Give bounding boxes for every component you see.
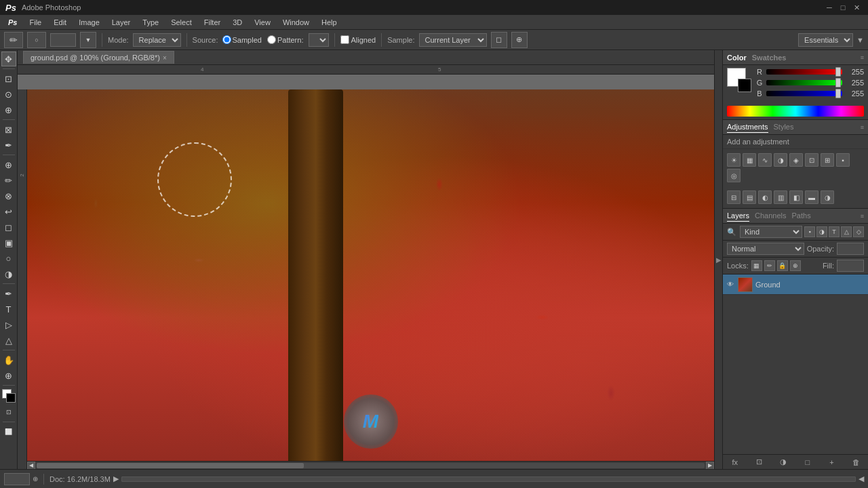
filter-kind-select[interactable]: Kind <box>740 226 802 238</box>
status-info-arrow[interactable]: ▶ <box>113 474 119 483</box>
zoom-indicator-icon[interactable]: ⊕ <box>33 475 38 483</box>
crop-tool[interactable]: ⊠ <box>1 122 16 137</box>
mode-select[interactable]: Replace <box>133 33 181 47</box>
create-group-button[interactable]: □ <box>802 456 814 468</box>
filter-pixel-icon[interactable]: ▪ <box>804 226 815 237</box>
color-tab[interactable]: Color <box>727 54 747 62</box>
hsl-adj[interactable]: ⊡ <box>805 153 818 167</box>
filter-type-icon[interactable]: T <box>829 226 840 237</box>
minimize-button[interactable]: ─ <box>823 1 835 14</box>
channels-tab[interactable]: Channels <box>755 210 786 222</box>
screen-mode-toggle[interactable]: ⬜ <box>1 424 16 439</box>
horizontal-scrollbar[interactable]: ◀ ▶ <box>27 461 714 469</box>
brush-tool[interactable]: ✏ <box>1 173 16 188</box>
document-close-button[interactable]: × <box>163 54 167 62</box>
menu-ps[interactable]: Ps <box>3 17 22 28</box>
hand-tool[interactable]: ✋ <box>1 352 16 367</box>
status-back-arrow[interactable]: ◀ <box>859 474 864 483</box>
gradient-tool[interactable]: ▣ <box>1 235 16 250</box>
adjustments-panel-options[interactable]: ≡ <box>861 124 864 131</box>
bw-adj[interactable]: ▪ <box>836 153 850 167</box>
invert-adj[interactable]: ◐ <box>758 190 772 204</box>
green-thumb[interactable] <box>835 78 841 87</box>
menu-select[interactable]: Select <box>165 17 197 28</box>
blue-thumb[interactable] <box>835 89 841 98</box>
pattern-radio[interactable]: Pattern: <box>267 35 304 44</box>
close-button[interactable]: ✕ <box>850 1 863 14</box>
brush-tool-button[interactable]: ✏ <box>4 32 23 48</box>
opacity-input[interactable]: 100% <box>837 243 864 255</box>
eyedropper-tool[interactable]: ✒ <box>1 138 16 152</box>
posterize-adj[interactable]: ▥ <box>774 190 787 204</box>
delete-layer-button[interactable]: 🗑 <box>850 456 862 468</box>
zoom-tool[interactable]: ⊕ <box>1 368 16 383</box>
window-controls[interactable]: ─ □ ✕ <box>823 1 863 14</box>
color-spectrum-bar[interactable] <box>727 106 864 117</box>
sample-extra-button[interactable]: ◻ <box>491 32 507 48</box>
shape-tool[interactable]: △ <box>1 333 16 348</box>
scroll-thumb[interactable] <box>37 463 304 468</box>
exposure-adj[interactable]: ◑ <box>774 153 787 167</box>
dodge-tool[interactable]: ◑ <box>1 266 16 281</box>
green-slider[interactable] <box>766 80 842 85</box>
curves-adj[interactable]: ∿ <box>758 153 772 167</box>
add-adjustment-layer-button[interactable]: ◑ <box>777 456 789 468</box>
healing-brush-tool[interactable]: ⊕ <box>1 157 16 172</box>
rectangular-marquee-tool[interactable]: ⊡ <box>1 71 16 86</box>
layers-tab[interactable]: Layers <box>727 210 749 222</box>
selective-color-adj[interactable]: ◑ <box>821 190 834 204</box>
filter-adjustment-icon[interactable]: ◑ <box>816 226 827 237</box>
threshold-adj[interactable]: ◧ <box>789 190 803 204</box>
sampled-radio[interactable]: Sampled <box>222 35 262 44</box>
scroll-track[interactable] <box>37 463 705 468</box>
add-layer-style-button[interactable]: fx <box>729 456 741 468</box>
photo-filter-adj[interactable]: ◎ <box>727 169 741 182</box>
background-color-swatch[interactable] <box>738 79 751 92</box>
blend-mode-select[interactable]: Normal <box>727 243 804 255</box>
lock-image-icon[interactable]: ✏ <box>764 260 775 271</box>
menu-filter[interactable]: Filter <box>199 17 226 28</box>
menu-layer[interactable]: Layer <box>106 17 136 28</box>
move-tool[interactable]: ✥ <box>1 52 16 66</box>
paths-tab[interactable]: Paths <box>792 210 811 222</box>
menu-image[interactable]: Image <box>73 17 105 28</box>
swatches-tab[interactable]: Swatches <box>752 54 787 62</box>
workspace-arrow[interactable]: ▼ <box>856 36 864 44</box>
brightness-contrast-adj[interactable]: ☀ <box>727 153 741 167</box>
new-layer-button[interactable]: + <box>825 456 837 468</box>
gradient-map-adj[interactable]: ▬ <box>805 190 818 204</box>
scroll-right-button[interactable]: ▶ <box>706 462 714 470</box>
scroll-left-button[interactable]: ◀ <box>27 462 35 470</box>
filter-shape-icon[interactable]: △ <box>841 226 852 237</box>
adjustments-tab[interactable]: Adjustments <box>727 121 768 133</box>
menu-3d[interactable]: 3D <box>227 17 248 28</box>
styles-tab[interactable]: Styles <box>774 121 794 133</box>
sample-select[interactable]: Current Layer <box>419 33 487 47</box>
color-lookup-adj[interactable]: ▤ <box>743 190 756 204</box>
layer-visibility-toggle[interactable]: 👁 <box>726 280 735 289</box>
quick-select-tool[interactable]: ⊕ <box>1 102 16 117</box>
brush-size-button[interactable]: ○ <box>27 32 46 48</box>
sample-extra2-button[interactable]: ⊕ <box>511 32 528 48</box>
menu-window[interactable]: Window <box>277 17 315 28</box>
menu-file[interactable]: File <box>24 17 47 28</box>
blue-slider[interactable] <box>766 91 842 96</box>
menu-edit[interactable]: Edit <box>48 17 72 28</box>
document-tab[interactable]: ground.psd @ 100% (Ground, RGB/8*) × <box>23 51 174 64</box>
history-brush-tool[interactable]: ↩ <box>1 204 16 219</box>
red-slider[interactable] <box>766 69 842 75</box>
menu-view[interactable]: View <box>249 17 276 28</box>
brush-preset-button[interactable]: ▼ <box>80 32 96 48</box>
path-selection-tool[interactable]: ▷ <box>1 317 16 332</box>
red-thumb[interactable] <box>835 67 841 77</box>
panel-collapse-toggle[interactable]: ▶ <box>714 50 722 469</box>
menu-type[interactable]: Type <box>137 17 164 28</box>
canvas-content[interactable]: M <box>27 89 714 469</box>
type-tool[interactable]: T <box>1 302 16 317</box>
blur-tool[interactable]: ○ <box>1 251 16 266</box>
lasso-tool[interactable]: ⊙ <box>1 87 16 102</box>
channel-mixer-adj[interactable]: ⊟ <box>727 190 741 204</box>
lock-transparent-icon[interactable]: ▦ <box>751 260 762 271</box>
quick-mask-toggle[interactable]: ⊡ <box>1 405 16 420</box>
layer-item[interactable]: 👁 Ground <box>723 274 868 295</box>
